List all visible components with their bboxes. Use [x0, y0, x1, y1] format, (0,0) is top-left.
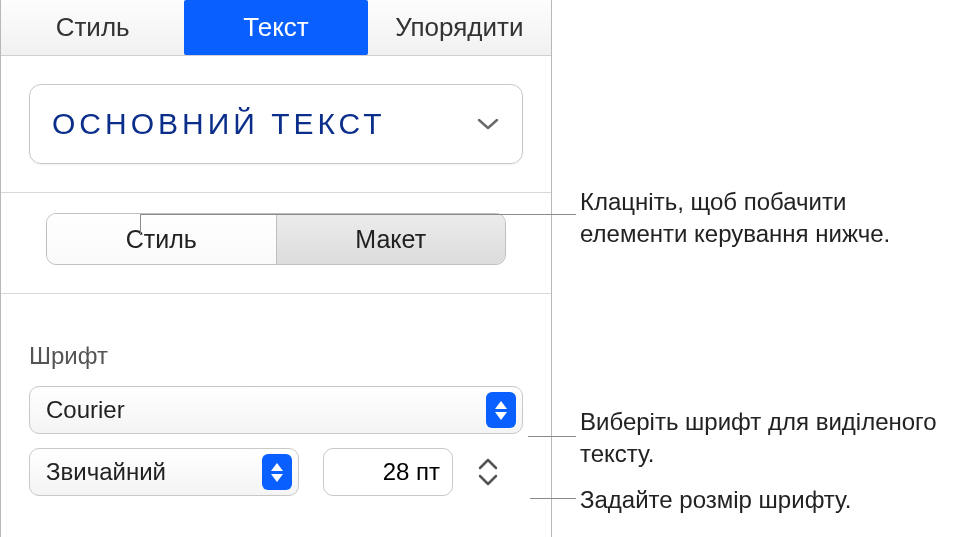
svg-marker-2	[271, 463, 283, 471]
tab-arrange[interactable]: Упорядити	[368, 0, 551, 55]
stepper-down-icon[interactable]	[477, 473, 499, 487]
inspector-tabs: Стиль Текст Упорядити	[1, 0, 551, 56]
divider	[1, 192, 551, 193]
callout-choose-font: Виберіть шрифт для виділеного тексту.	[580, 406, 960, 471]
stepper-up-icon[interactable]	[477, 457, 499, 471]
callouts: Клацніть, щоб побачити елементи керуванн…	[580, 0, 960, 537]
font-family-dropdown[interactable]: Courier	[29, 386, 523, 434]
font-section-label: Шрифт	[29, 342, 523, 370]
font-weight-dropdown[interactable]: Звичайний	[29, 448, 299, 496]
svg-marker-0	[495, 401, 507, 409]
font-size-field[interactable]: 28 пт	[323, 448, 453, 496]
divider	[1, 293, 551, 294]
font-family-value: Courier	[46, 396, 125, 424]
format-inspector-panel: Стиль Текст Упорядити ОСНОВНИЙ ТЕКСТ Сти…	[0, 0, 552, 537]
font-weight-value: Звичайний	[46, 458, 166, 486]
svg-marker-1	[495, 412, 507, 420]
callout-line	[528, 436, 576, 437]
updown-icon	[486, 392, 516, 428]
svg-marker-3	[271, 474, 283, 482]
paragraph-style-picker[interactable]: ОСНОВНИЙ ТЕКСТ	[29, 84, 523, 164]
tab-style[interactable]: Стиль	[1, 0, 184, 55]
updown-icon	[262, 454, 292, 490]
font-size-value: 28 пт	[383, 458, 440, 486]
paragraph-style-label: ОСНОВНИЙ ТЕКСТ	[52, 107, 386, 141]
chevron-down-icon	[476, 117, 500, 131]
text-subtabs: Стиль Макет	[46, 213, 506, 265]
callout-line	[140, 214, 576, 215]
callout-line	[140, 214, 141, 234]
subtab-style[interactable]: Стиль	[47, 214, 277, 264]
callout-click-to-see: Клацніть, щоб побачити елементи керуванн…	[580, 186, 960, 251]
tab-text[interactable]: Текст	[184, 0, 367, 55]
subtab-layout[interactable]: Макет	[277, 214, 506, 264]
font-size-stepper	[477, 450, 499, 494]
callout-set-size: Задайте розмір шрифту.	[580, 484, 851, 516]
callout-line	[530, 498, 576, 499]
text-tab-content: ОСНОВНИЙ ТЕКСТ Стиль Макет Шрифт Courier…	[1, 56, 551, 496]
